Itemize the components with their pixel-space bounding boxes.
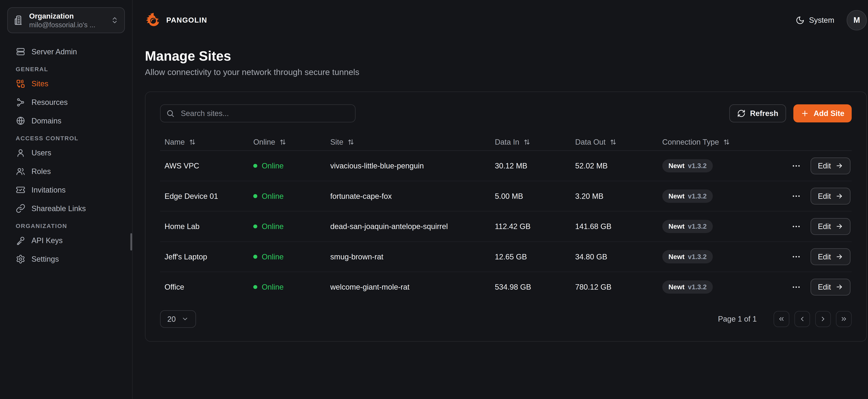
row-menu-ellipsis-icon[interactable] <box>792 282 801 292</box>
column-header-data-out[interactable]: Data Out <box>570 138 658 146</box>
add-site-button[interactable]: Add Site <box>793 104 852 122</box>
edit-button[interactable]: Edit <box>810 157 850 174</box>
cell-connection-type: Newtv1.3.2 <box>658 159 791 173</box>
sites-icon <box>16 79 25 89</box>
org-subtitle: milo@fossorial.io's ... <box>29 21 106 29</box>
sites-table: Name Online Site Data In <box>160 133 852 302</box>
connection-badge: Newtv1.3.2 <box>662 159 713 173</box>
cell-online: Online <box>249 192 326 201</box>
status-label: Online <box>262 222 284 231</box>
cell-site: welcome-giant-mole-rat <box>326 283 490 291</box>
connection-badge: Newtv1.3.2 <box>662 189 713 203</box>
edit-button[interactable]: Edit <box>810 218 850 235</box>
cell-data-in: 12.65 GB <box>490 252 571 261</box>
sidebar-item-invitations[interactable]: Invitations <box>7 183 125 197</box>
agent-label: Newt <box>669 283 684 291</box>
cell-connection-type: Newtv1.3.2 <box>658 250 791 263</box>
refresh-button[interactable]: Refresh <box>729 104 786 122</box>
sidebar-item-resources[interactable]: Resources <box>7 95 125 109</box>
cell-online: Online <box>249 252 326 261</box>
column-label: Name <box>164 138 185 146</box>
column-header-data-in[interactable]: Data In <box>490 138 571 146</box>
building-icon <box>13 14 24 26</box>
add-site-label: Add Site <box>814 109 844 118</box>
last-page-button[interactable] <box>836 311 852 327</box>
search-input[interactable] <box>180 109 349 118</box>
brand-name: PANGOLIN <box>166 16 207 24</box>
column-header-online[interactable]: Online <box>249 138 326 146</box>
column-label: Site <box>330 138 343 146</box>
version-label: v1.3.2 <box>688 192 707 200</box>
row-menu-ellipsis-icon[interactable] <box>792 222 801 231</box>
online-dot-icon <box>253 224 257 228</box>
sidebar-item-settings[interactable]: Settings <box>7 252 125 266</box>
pager: Page 1 of 1 <box>718 311 852 327</box>
moon-icon <box>796 16 805 25</box>
prev-page-button[interactable] <box>795 311 810 327</box>
cell-name: Home Lab <box>160 222 249 231</box>
cell-online: Online <box>249 222 326 231</box>
version-label: v1.3.2 <box>688 162 707 170</box>
cell-name: Jeff's Laptop <box>160 252 249 261</box>
agent-label: Newt <box>669 162 684 170</box>
cell-data-out: 52.02 MB <box>570 161 658 170</box>
column-header-connection-type[interactable]: Connection Type <box>658 138 791 146</box>
online-dot-icon <box>253 164 257 168</box>
org-title: Organization <box>29 11 106 21</box>
cell-site: vivacious-little-blue-penguin <box>326 161 490 170</box>
refresh-label: Refresh <box>750 109 778 118</box>
edit-button[interactable]: Edit <box>810 188 850 205</box>
sidebar-item-api-keys[interactable]: API Keys <box>7 234 125 247</box>
cell-data-out: 141.68 GB <box>570 222 658 231</box>
table-row: Office Online welcome-giant-mole-rat 534… <box>160 272 852 302</box>
avatar-initial: M <box>854 16 860 25</box>
edit-button[interactable]: Edit <box>810 248 850 265</box>
org-text: Organization milo@fossorial.io's ... <box>29 11 106 29</box>
sidebar-item-sites[interactable]: Sites <box>7 77 125 90</box>
agent-label: Newt <box>669 223 684 230</box>
row-menu-ellipsis-icon[interactable] <box>792 191 801 201</box>
cell-site: smug-brown-rat <box>326 252 490 261</box>
column-header-name[interactable]: Name <box>160 138 249 146</box>
next-page-button[interactable] <box>815 311 831 327</box>
column-label: Online <box>253 138 275 146</box>
org-selector[interactable]: Organization milo@fossorial.io's ... <box>7 7 125 33</box>
cell-data-in: 30.12 MB <box>490 161 571 170</box>
sidebar-item-roles[interactable]: Roles <box>7 164 125 178</box>
row-menu-ellipsis-icon[interactable] <box>792 161 801 171</box>
topbar: PANGOLIN System M <box>145 0 867 40</box>
page-title: Manage Sites <box>145 48 867 64</box>
sidebar-item-shareable-links[interactable]: Shareable Links <box>7 202 125 215</box>
section-label-organization: ORGANIZATION <box>7 223 125 229</box>
edit-button[interactable]: Edit <box>810 279 850 296</box>
theme-toggle[interactable]: System <box>796 16 834 25</box>
chevrons-right-icon <box>840 315 847 323</box>
connection-badge: Newtv1.3.2 <box>662 220 713 233</box>
column-header-site[interactable]: Site <box>326 138 490 146</box>
sidebar-item-users[interactable]: Users <box>7 146 125 160</box>
row-menu-ellipsis-icon[interactable] <box>792 252 801 262</box>
sidebar-item-label: Sites <box>31 79 48 88</box>
sidebar-item-label: Settings <box>31 255 59 264</box>
avatar[interactable]: M <box>847 10 867 30</box>
ticket-check-icon <box>16 185 25 195</box>
cell-data-in: 112.42 GB <box>490 222 571 231</box>
sidebar-scrollbar[interactable] <box>130 233 132 250</box>
sort-icon <box>347 139 354 146</box>
sidebar-item-server-admin[interactable]: Server Admin <box>7 45 125 59</box>
status-label: Online <box>262 252 284 261</box>
page-size-select[interactable]: 20 <box>160 310 196 328</box>
cell-online: Online <box>249 283 326 291</box>
main-content: PANGOLIN System M Manage Sites Allow <box>133 0 868 399</box>
first-page-button[interactable] <box>774 311 789 327</box>
version-label: v1.3.2 <box>688 253 707 260</box>
sidebar-item-domains[interactable]: Domains <box>7 114 125 128</box>
status-label: Online <box>262 192 284 201</box>
brand-logo[interactable]: PANGOLIN <box>145 12 207 29</box>
globe-icon <box>16 116 25 126</box>
chevrons-left-icon <box>778 315 785 323</box>
sidebar-item-label: Users <box>31 149 51 157</box>
edit-label: Edit <box>818 192 831 201</box>
online-dot-icon <box>253 255 257 259</box>
sort-icon <box>610 139 617 146</box>
